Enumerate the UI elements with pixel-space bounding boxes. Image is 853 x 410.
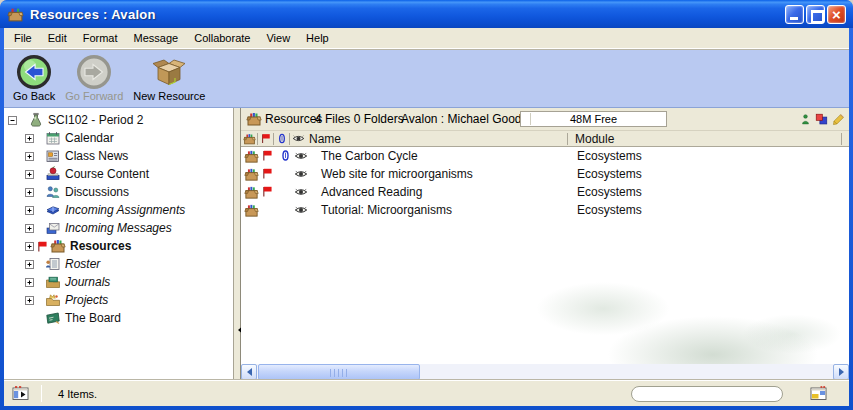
toolbar: Go Back Go Forward New Resource bbox=[4, 50, 849, 108]
viewed-column-icon[interactable] bbox=[292, 132, 305, 145]
file-row[interactable]: Tutorial: Microorganisms Ecosystems bbox=[241, 201, 849, 219]
expand-plus-icon[interactable] bbox=[25, 152, 34, 161]
tree-item-label: Class News bbox=[65, 149, 128, 163]
tree-item-incoming-messages[interactable]: Incoming Messages bbox=[4, 219, 233, 237]
flag-icon bbox=[261, 185, 274, 198]
scrollbar-thumb[interactable] bbox=[258, 364, 420, 380]
tree-item-resources[interactable]: Resources bbox=[4, 237, 233, 255]
file-name[interactable]: Web site for microorganisms bbox=[321, 167, 473, 181]
course-content-icon bbox=[45, 166, 61, 182]
viewed-eye-icon[interactable] bbox=[294, 149, 308, 163]
module-column-header[interactable]: Module bbox=[575, 132, 614, 146]
pane-layout-right-icon[interactable] bbox=[810, 385, 827, 402]
expand-plus-icon[interactable] bbox=[25, 224, 34, 233]
expand-plus-icon[interactable] bbox=[25, 188, 34, 197]
tree-item-roster[interactable]: Roster bbox=[4, 255, 233, 273]
menu-help[interactable]: Help bbox=[298, 29, 337, 47]
expand-plus-icon[interactable] bbox=[25, 278, 34, 287]
resource-box-icon bbox=[244, 203, 259, 218]
maximize-button[interactable] bbox=[806, 5, 825, 24]
flag-column-icon[interactable] bbox=[260, 132, 272, 145]
name-column-header[interactable]: Name bbox=[309, 132, 341, 146]
file-row[interactable]: The Carbon Cycle Ecosystems bbox=[241, 147, 849, 165]
status-divider bbox=[41, 385, 42, 402]
resource-box-icon bbox=[244, 149, 259, 164]
go-forward-label: Go Forward bbox=[65, 90, 123, 102]
minimize-button[interactable] bbox=[785, 5, 804, 24]
close-button[interactable] bbox=[827, 5, 846, 24]
viewed-eye-icon[interactable] bbox=[294, 185, 308, 199]
app-icon bbox=[7, 6, 24, 23]
file-module: Ecosystems bbox=[577, 185, 642, 199]
projects-icon bbox=[45, 292, 61, 308]
edit-pencil-icon[interactable] bbox=[832, 113, 845, 126]
scroll-right-button[interactable] bbox=[833, 364, 849, 380]
tree-item-class-news[interactable]: Class News bbox=[4, 147, 233, 165]
expand-plus-icon[interactable] bbox=[25, 296, 34, 305]
tree-item-incoming-assignments[interactable]: Incoming Assignments bbox=[4, 201, 233, 219]
new-resource-label: New Resource bbox=[133, 90, 205, 102]
menu-edit[interactable]: Edit bbox=[40, 29, 75, 47]
calendar-icon bbox=[45, 130, 61, 146]
attachment-column-icon[interactable] bbox=[276, 132, 288, 145]
tree-item-label: Incoming Assignments bbox=[65, 203, 185, 217]
tree-item-course-content[interactable]: Course Content bbox=[4, 165, 233, 183]
menu-bar: File Edit Format Message Collaborate Vie… bbox=[4, 28, 849, 49]
title-bar: Resources : Avalon bbox=[0, 0, 853, 28]
tree-item-label: Journals bbox=[65, 275, 110, 289]
expand-plus-icon[interactable] bbox=[25, 260, 34, 269]
go-back-button[interactable]: Go Back bbox=[8, 54, 60, 102]
tree-item-label: Resources bbox=[70, 239, 131, 253]
tree-item-label: The Board bbox=[65, 311, 121, 325]
resources-panel: Resources 4 Files 0 Folders Avalon : Mic… bbox=[241, 108, 849, 380]
go-back-icon bbox=[16, 54, 52, 90]
background-watermark bbox=[536, 265, 841, 380]
viewed-eye-icon[interactable] bbox=[294, 203, 308, 217]
expand-plus-icon[interactable] bbox=[25, 170, 34, 179]
view-mode-icon[interactable] bbox=[815, 113, 828, 126]
menu-message[interactable]: Message bbox=[126, 29, 187, 47]
tree-item-discussions[interactable]: Discussions bbox=[4, 183, 233, 201]
resource-box-icon bbox=[244, 185, 259, 200]
attachment-icon bbox=[279, 149, 292, 162]
horizontal-scrollbar[interactable] bbox=[241, 364, 849, 380]
viewed-eye-icon[interactable] bbox=[294, 167, 308, 181]
file-row[interactable]: Advanced Reading Ecosystems bbox=[241, 183, 849, 201]
tree-item-the-board[interactable]: The Board bbox=[4, 309, 233, 327]
collapse-minus-icon[interactable] bbox=[8, 116, 17, 125]
menu-file[interactable]: File bbox=[6, 29, 40, 47]
new-resource-icon bbox=[151, 54, 187, 90]
tree-item-projects[interactable]: Projects bbox=[4, 291, 233, 309]
file-name[interactable]: Advanced Reading bbox=[321, 185, 422, 199]
tree-item-label: Roster bbox=[65, 257, 100, 271]
tree-item-label: Calendar bbox=[65, 131, 114, 145]
menu-format[interactable]: Format bbox=[75, 29, 126, 47]
resource-box-icon bbox=[50, 238, 66, 254]
who-is-online-icon[interactable] bbox=[799, 113, 812, 126]
assignments-icon bbox=[45, 202, 61, 218]
pane-layout-left-icon[interactable] bbox=[12, 385, 29, 402]
go-forward-button[interactable]: Go Forward bbox=[60, 54, 128, 102]
new-resource-button[interactable]: New Resource bbox=[128, 54, 210, 102]
scroll-left-button[interactable] bbox=[241, 364, 257, 380]
menu-collaborate[interactable]: Collaborate bbox=[186, 29, 258, 47]
expand-plus-icon[interactable] bbox=[25, 242, 34, 251]
tree-item-calendar[interactable]: Calendar bbox=[4, 129, 233, 147]
pane-splitter[interactable] bbox=[233, 108, 241, 380]
expand-plus-icon[interactable] bbox=[25, 206, 34, 215]
flag-icon bbox=[261, 149, 274, 162]
go-back-label: Go Back bbox=[13, 90, 55, 102]
tree-item-journals[interactable]: Journals bbox=[4, 273, 233, 291]
menu-view[interactable]: View bbox=[258, 29, 298, 47]
file-name[interactable]: The Carbon Cycle bbox=[321, 149, 418, 163]
tree-item-label: Course Content bbox=[65, 167, 149, 181]
panel-title: Resources bbox=[265, 112, 322, 126]
news-icon bbox=[45, 148, 61, 164]
resource-box-icon bbox=[246, 111, 262, 127]
tree-root-sci102[interactable]: SCI102 - Period 2 bbox=[4, 111, 233, 129]
file-name[interactable]: Tutorial: Microorganisms bbox=[321, 203, 452, 217]
expand-plus-icon[interactable] bbox=[25, 134, 34, 143]
item-type-column-icon[interactable] bbox=[243, 132, 256, 146]
file-row[interactable]: Web site for microorganisms Ecosystems bbox=[241, 165, 849, 183]
file-module: Ecosystems bbox=[577, 203, 642, 217]
